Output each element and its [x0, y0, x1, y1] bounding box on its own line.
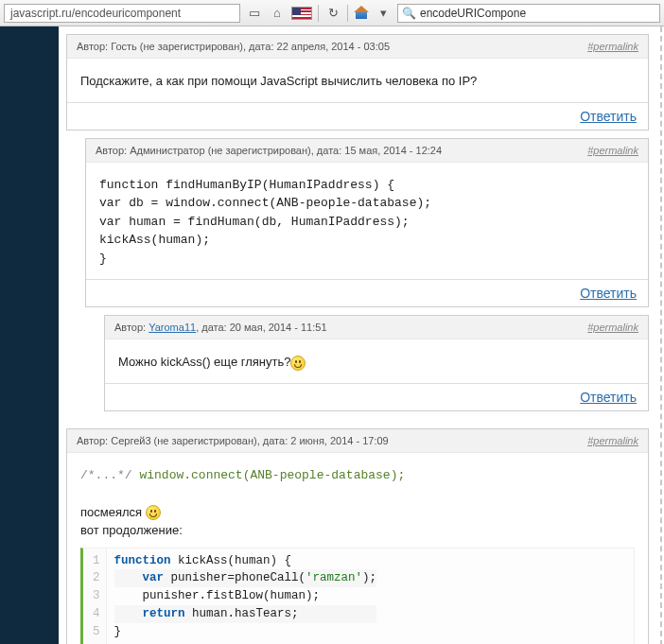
flag-us-icon[interactable]	[291, 7, 312, 20]
comment-body: Можно kickAss() еще глянуть?	[105, 339, 648, 383]
comment-meta: Автор: Сергей3 (не зарегистрирован), дат…	[77, 435, 389, 446]
comment-body: function findHumanByIP(HumanIPaddress) {…	[86, 163, 648, 280]
code-line: punisher.fistBlow(human);	[114, 587, 377, 605]
comment-text: Можно kickAss() еще глянуть?	[118, 355, 290, 369]
url-bar[interactable]: javascript.ru/encodeuricomponent	[4, 4, 240, 23]
code-line: return human.hasTears;	[114, 605, 377, 623]
code-line: function kickAss(human) {	[114, 552, 377, 570]
reply-link[interactable]: Ответить	[580, 109, 637, 124]
search-box[interactable]: 🔍 encodeURICompone	[397, 4, 660, 23]
content-area: Автор: Гость (не зарегистрирован), дата:…	[59, 26, 664, 644]
search-icon: 🔍	[402, 7, 416, 20]
date-prefix: , дата:	[243, 41, 277, 52]
date-prefix: , дата:	[257, 435, 291, 446]
permalink[interactable]: #permalink	[587, 145, 638, 156]
not-registered: (не зарегистрирован)	[205, 145, 311, 156]
comment: Автор: Yaroma11, дата: 20 мая, 2014 - 11…	[104, 315, 649, 411]
comment-body: /*...*/ window.connect(ANB-people-databa…	[67, 453, 648, 645]
home-icon[interactable]	[354, 6, 369, 21]
author-prefix: Автор:	[96, 145, 130, 156]
browser-toolbar: javascript.ru/encodeuricomponent ▭ ⌂ ↻ ▾…	[0, 0, 664, 26]
comment: Автор: Гость (не зарегистрирован), дата:…	[66, 34, 649, 131]
date-prefix: , дата:	[196, 322, 230, 333]
reply-link[interactable]: Ответить	[580, 390, 637, 405]
code-rest: window.connect(ANB-people-database);	[139, 468, 405, 482]
comment-header: Автор: Администратор (не зарегистрирован…	[86, 139, 648, 163]
comment-meta: Автор: Yaroma11, дата: 20 мая, 2014 - 11…	[114, 322, 327, 333]
code-line: }	[114, 623, 377, 641]
author-name: Сергей3	[111, 435, 150, 446]
code-block: 12345 function kickAss(human) { var puni…	[80, 548, 635, 645]
author-prefix: Автор:	[77, 41, 111, 52]
code-gutter: 12345	[83, 548, 107, 645]
url-text: javascript.ru/encodeuricomponent	[10, 7, 181, 20]
comment-date: 20 мая, 2014 - 11:51	[230, 322, 327, 333]
inline-code: /*...*/ window.connect(ANB-people-databa…	[80, 466, 635, 485]
permalink[interactable]: #permalink	[587, 41, 638, 52]
reader-icon[interactable]: ▭	[246, 5, 263, 22]
line-number: 5	[93, 623, 100, 641]
para: посмеялся	[80, 503, 635, 522]
page-wrap: Автор: Гость (не зарегистрирован), дата:…	[0, 26, 664, 644]
comment-date: 2 июня, 2014 - 17:09	[290, 435, 389, 446]
comment-header: Автор: Сергей3 (не зарегистрирован), дат…	[67, 429, 648, 453]
line-number: 2	[93, 569, 100, 587]
comment-text: посмеялся	[80, 505, 146, 519]
refresh-icon[interactable]: ↻	[324, 5, 341, 22]
comment: Автор: Администратор (не зарегистрирован…	[85, 138, 649, 308]
comment-date: 15 мая, 2014 - 12:24	[344, 145, 442, 156]
smiley-icon	[146, 505, 161, 520]
comment-date: 22 апреля, 2014 - 03:05	[277, 41, 391, 52]
comment-meta: Автор: Администратор (не зарегистрирован…	[96, 145, 442, 156]
code-plain: function findHumanByIP(HumanIPaddress) {…	[99, 176, 635, 269]
comment-footer: Ответить	[86, 279, 648, 306]
author-name: Гость	[111, 41, 137, 52]
line-number: 4	[93, 605, 100, 623]
toolbar-divider	[347, 5, 348, 22]
home-small-icon[interactable]: ⌂	[269, 5, 286, 22]
comment: Автор: Сергей3 (не зарегистрирован), дат…	[66, 428, 649, 645]
comment-body: Подскажите, а как при помощи JavaScript …	[67, 59, 648, 102]
reply-link[interactable]: Ответить	[580, 286, 637, 301]
comment-footer: Ответить	[67, 102, 648, 130]
comment-text: вот продолжение:	[80, 521, 635, 540]
not-registered: (не зарегистрирован)	[137, 41, 243, 52]
code-line: var punisher=phoneCall('ramzan');	[114, 569, 377, 587]
comment-text: Подскажите, а как при помощи JavaScript …	[80, 74, 477, 88]
not-registered: (не зарегистрирован)	[151, 435, 257, 446]
author-prefix: Автор:	[114, 322, 149, 333]
date-prefix: , дата:	[311, 145, 345, 156]
author-link[interactable]: Yaroma11	[149, 322, 196, 333]
line-number: 3	[93, 587, 100, 605]
left-rail	[0, 26, 59, 644]
permalink[interactable]: #permalink	[587, 322, 638, 333]
code-comment: /*...*/	[80, 468, 132, 482]
line-number: 1	[93, 552, 100, 570]
author-prefix: Автор:	[77, 435, 111, 446]
comment-header: Автор: Yaroma11, дата: 20 мая, 2014 - 11…	[105, 316, 648, 339]
dropdown-icon[interactable]: ▾	[375, 5, 392, 22]
comment-meta: Автор: Гость (не зарегистрирован), дата:…	[77, 41, 390, 52]
comment-header: Автор: Гость (не зарегистрирован), дата:…	[67, 35, 648, 59]
toolbar-divider	[318, 5, 319, 22]
code-lines: function kickAss(human) { var punisher=p…	[107, 548, 385, 645]
search-text: encodeURICompone	[420, 7, 526, 20]
comment-footer: Ответить	[105, 383, 648, 410]
permalink[interactable]: #permalink	[587, 435, 638, 446]
smiley-icon	[290, 356, 306, 371]
author-name: Администратор	[130, 145, 204, 156]
right-dashed-border	[660, 26, 662, 644]
